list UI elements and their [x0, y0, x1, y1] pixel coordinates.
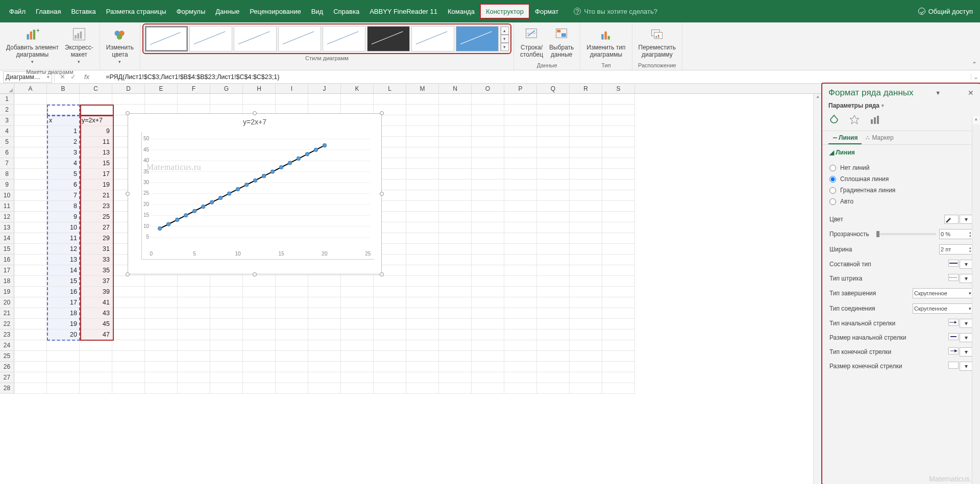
cell[interactable] [276, 94, 308, 105]
share-button[interactable]: Общий доступ [918, 8, 973, 15]
cell[interactable] [537, 169, 570, 180]
cell[interactable] [341, 287, 374, 297]
menu-tab-рецензирование[interactable]: Рецензирование [244, 4, 306, 19]
cell[interactable] [243, 340, 276, 351]
cell[interactable] [47, 372, 80, 383]
cell[interactable] [439, 222, 472, 233]
cell[interactable] [439, 276, 472, 287]
cell[interactable] [210, 340, 243, 351]
cell[interactable]: 27 [80, 222, 112, 233]
cell[interactable] [504, 276, 537, 287]
cell[interactable] [439, 329, 472, 340]
cell[interactable] [570, 276, 602, 287]
cell[interactable] [14, 212, 47, 222]
cell[interactable] [178, 297, 210, 308]
cell[interactable] [406, 190, 439, 201]
chart-style-8[interactable] [456, 26, 499, 52]
cell[interactable] [374, 308, 406, 319]
cell[interactable] [374, 351, 406, 362]
cell[interactable] [406, 297, 439, 308]
cell[interactable] [537, 351, 570, 362]
cell[interactable] [439, 362, 472, 372]
row-header[interactable]: 9 [0, 180, 14, 190]
cell[interactable] [570, 147, 602, 158]
cell[interactable] [341, 329, 374, 340]
begin-arrow-picker[interactable] [948, 319, 959, 326]
cell[interactable] [308, 340, 341, 351]
cell[interactable] [472, 383, 504, 394]
cell[interactable] [570, 287, 602, 297]
column-header[interactable]: G [210, 84, 243, 93]
cell[interactable] [14, 276, 47, 287]
cell[interactable] [80, 383, 112, 394]
cell[interactable] [570, 329, 602, 340]
cell[interactable] [406, 158, 439, 169]
panel-dropdown-icon[interactable]: ▼ [935, 90, 941, 96]
cell[interactable] [145, 276, 178, 287]
cell[interactable] [504, 287, 537, 297]
row-header[interactable]: 1 [0, 94, 14, 105]
begin-arrow-dropdown[interactable]: ▾ [960, 319, 973, 328]
cell[interactable] [243, 297, 276, 308]
cell[interactable] [145, 94, 178, 105]
cell[interactable] [178, 287, 210, 297]
row-header[interactable]: 13 [0, 222, 14, 233]
row-header[interactable]: 14 [0, 233, 14, 244]
cell[interactable] [14, 94, 47, 105]
cell[interactable] [602, 180, 635, 190]
cell[interactable] [504, 169, 537, 180]
menu-tab-главная[interactable]: Главная [31, 4, 66, 19]
cell[interactable] [112, 276, 145, 287]
cell[interactable] [14, 308, 47, 319]
cell[interactable] [406, 201, 439, 212]
chart-title[interactable]: y=2x+7 [128, 118, 381, 126]
cell[interactable] [112, 362, 145, 372]
cell[interactable] [570, 94, 602, 105]
cell[interactable] [308, 308, 341, 319]
row-header[interactable]: 6 [0, 147, 14, 158]
cell[interactable] [504, 362, 537, 372]
cell[interactable] [570, 351, 602, 362]
cell[interactable] [537, 233, 570, 244]
cell[interactable] [112, 297, 145, 308]
cell[interactable]: 19 [47, 319, 80, 329]
cell[interactable] [570, 297, 602, 308]
cell[interactable] [504, 126, 537, 137]
cell[interactable] [439, 212, 472, 222]
cell[interactable] [14, 265, 47, 276]
cell[interactable] [472, 297, 504, 308]
cell[interactable] [47, 340, 80, 351]
cell[interactable] [439, 244, 472, 254]
cell[interactable] [504, 180, 537, 190]
row-header[interactable]: 18 [0, 276, 14, 287]
cell[interactable]: 5 [47, 169, 80, 180]
cell[interactable]: 19 [80, 180, 112, 190]
row-header[interactable]: 17 [0, 265, 14, 276]
cell[interactable] [374, 362, 406, 372]
cell[interactable] [602, 297, 635, 308]
cell[interactable]: 33 [80, 254, 112, 265]
cell[interactable] [406, 340, 439, 351]
cell[interactable] [145, 297, 178, 308]
begin-size-picker[interactable] [948, 333, 959, 340]
cell[interactable] [341, 340, 374, 351]
cell[interactable] [112, 351, 145, 362]
menu-tab-разметка страницы[interactable]: Разметка страницы [101, 4, 172, 19]
cell[interactable] [145, 362, 178, 372]
cell[interactable] [602, 244, 635, 254]
cell[interactable]: 17 [80, 169, 112, 180]
cell[interactable] [374, 297, 406, 308]
cell[interactable] [276, 351, 308, 362]
column-header[interactable]: C [80, 84, 112, 93]
transparency-input[interactable]: 0 %▴▾ [939, 229, 973, 239]
chart-styles-gallery[interactable]: ▴ ▾ ▾ [143, 24, 510, 53]
cell[interactable] [472, 329, 504, 340]
cell[interactable] [472, 276, 504, 287]
cell[interactable] [537, 222, 570, 233]
column-header[interactable]: R [570, 84, 602, 93]
cell[interactable] [47, 105, 80, 115]
cell[interactable] [178, 329, 210, 340]
cell[interactable] [341, 372, 374, 383]
row-header[interactable]: 15 [0, 244, 14, 254]
cell[interactable] [406, 276, 439, 287]
